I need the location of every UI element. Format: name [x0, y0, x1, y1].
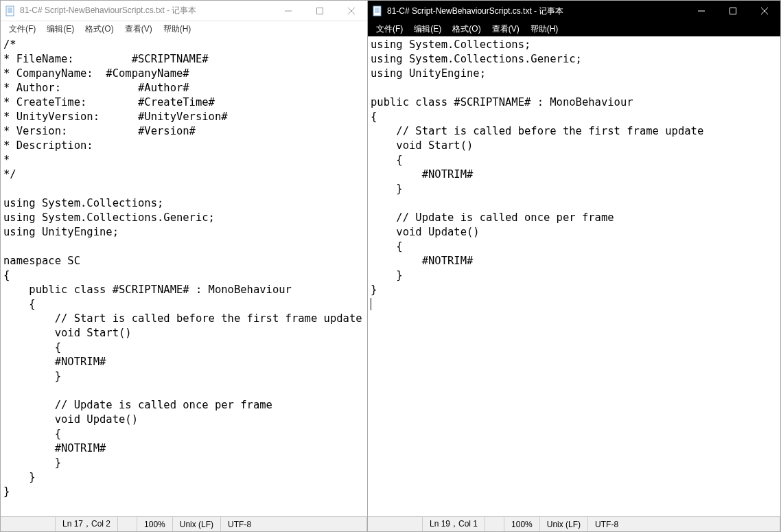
menu-edit[interactable]: 编辑(E) — [408, 22, 447, 36]
status-zoom: 100% — [504, 517, 540, 531]
minimize-button[interactable] — [686, 1, 717, 21]
menu-file[interactable]: 文件(F) — [371, 22, 408, 36]
close-button[interactable] — [749, 1, 780, 21]
svg-rect-15 — [730, 8, 736, 14]
editor-area-left[interactable]: /* * FileName: #SCRIPTNAME# * CompanyNam… — [1, 36, 367, 516]
editor-content-right: using System.Collections; using System.C… — [371, 38, 703, 296]
statusbar-left: Ln 17，Col 2 100% Unix (LF) UTF-8 — [1, 516, 367, 531]
notepad-icon — [372, 5, 383, 16]
menu-help[interactable]: 帮助(H) — [158, 22, 197, 36]
window-controls-right — [686, 1, 780, 21]
menubar-left: 文件(F) 编辑(E) 格式(O) 查看(V) 帮助(H) — [1, 21, 367, 36]
menu-help[interactable]: 帮助(H) — [525, 22, 564, 36]
status-eol: Unix (LF) — [173, 517, 221, 531]
status-spacer — [118, 517, 137, 531]
notepad-window-right: 81-C# Script-NewBehaviourScript.cs.txt -… — [367, 0, 781, 532]
status-position: Ln 19，Col 1 — [423, 517, 485, 531]
statusbar-right: Ln 19，Col 1 100% Unix (LF) UTF-8 — [368, 516, 780, 531]
titlebar-left[interactable]: 81-C# Script-NewBehaviourScript.cs.txt -… — [1, 1, 367, 21]
status-spacer — [485, 517, 504, 531]
window-controls-left — [272, 1, 367, 21]
menubar-right: 文件(F) 编辑(E) 格式(O) 查看(V) 帮助(H) — [368, 21, 780, 36]
status-encoding: UTF-8 — [221, 517, 367, 531]
status-encoding: UTF-8 — [588, 517, 780, 531]
menu-view[interactable]: 查看(V) — [487, 22, 525, 36]
menu-file[interactable]: 文件(F) — [3, 22, 41, 36]
menu-view[interactable]: 查看(V) — [119, 22, 158, 36]
notepad-icon — [5, 5, 16, 16]
status-zoom: 100% — [137, 517, 173, 531]
minimize-button[interactable] — [272, 1, 304, 21]
menu-edit[interactable]: 编辑(E) — [41, 22, 80, 36]
menu-format[interactable]: 格式(O) — [80, 22, 119, 36]
window-title-left: 81-C# Script-NewBehaviourScript.cs.txt -… — [20, 5, 196, 16]
window-title-right: 81-C# Script-NewBehaviourScript.cs.txt -… — [387, 5, 563, 17]
status-eol: Unix (LF) — [540, 517, 588, 531]
notepad-window-left: 81-C# Script-NewBehaviourScript.cs.txt -… — [0, 0, 367, 532]
status-position: Ln 17，Col 2 — [56, 517, 118, 531]
close-button[interactable] — [336, 1, 367, 21]
text-caret — [371, 298, 371, 310]
maximize-button[interactable] — [717, 1, 749, 21]
titlebar-right[interactable]: 81-C# Script-NewBehaviourScript.cs.txt -… — [368, 1, 780, 21]
maximize-button[interactable] — [304, 1, 336, 21]
status-spacer — [1, 517, 56, 531]
svg-rect-6 — [317, 8, 323, 14]
menu-format[interactable]: 格式(O) — [447, 22, 486, 36]
status-spacer — [368, 517, 423, 531]
editor-area-right[interactable]: using System.Collections; using System.C… — [368, 36, 780, 516]
